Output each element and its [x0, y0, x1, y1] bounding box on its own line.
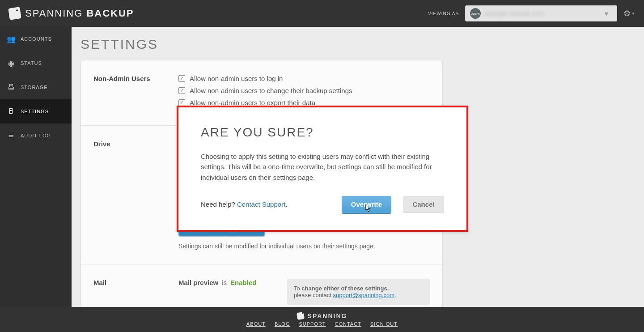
mail-info-box: To change either of these settings, plea…	[287, 279, 430, 305]
mail-is-text: is	[222, 279, 227, 286]
sidebar: 👥 ACCOUNTS ◉ STATUS 🖶 STORAGE 🎚 SETTINGS…	[0, 27, 72, 307]
domain-text: example-domain.com	[484, 10, 544, 17]
sidebar-item-audit-log[interactable]: ≣ AUDIT LOG	[0, 123, 72, 148]
contact-support-link[interactable]: Contact Support	[237, 200, 285, 208]
sidebar-item-label: ACCOUNTS	[21, 36, 52, 42]
mail-status-value: Enabled	[230, 279, 256, 286]
brand-icon	[8, 7, 21, 20]
section-mail: Mail Mail preview is Enabled To change e…	[81, 264, 442, 307]
checkbox-row[interactable]: ✓ Allow non-admin users to change their …	[178, 87, 430, 94]
modal-help-text: Need help? Contact Support.	[201, 200, 287, 208]
storage-icon: 🖶	[7, 83, 15, 91]
section-label: Non-Admin Users	[93, 75, 169, 111]
viewing-as-label: VIEWING AS	[428, 11, 459, 16]
brand-logo: SPANNING BACKUP	[9, 8, 134, 19]
domain-badge-icon: .com	[470, 8, 481, 19]
footer-link-contact[interactable]: CONTACT	[335, 321, 361, 327]
support-email-link[interactable]: support@spanning.com	[333, 292, 394, 298]
chevron-down-icon: ▼	[631, 12, 635, 16]
header-right: VIEWING AS .com example-domain.com ▾ ⚙ ▼	[428, 5, 635, 21]
confirm-modal: ARE YOU SURE? Choosing to apply this set…	[177, 106, 468, 232]
settings-gear-menu[interactable]: ⚙ ▼	[623, 9, 635, 18]
app-footer: SPANNING ABOUT BLOG SUPPORT CONTACT SIGN…	[0, 307, 644, 332]
sidebar-item-label: AUDIT LOG	[21, 133, 51, 138]
footer-link-about[interactable]: ABOUT	[246, 321, 266, 327]
cancel-button[interactable]: Cancel	[403, 196, 444, 213]
sidebar-item-label: STORAGE	[21, 85, 48, 90]
info-text-b: change either of these settings,	[301, 285, 389, 292]
app-header: SPANNING BACKUP VIEWING AS .com example-…	[0, 0, 644, 27]
modal-body: Choosing to apply this setting to existi…	[201, 151, 433, 183]
chevron-down-icon[interactable]: ▾	[600, 6, 612, 21]
modal-title: ARE YOU SURE?	[201, 125, 444, 140]
footer-link-support[interactable]: SUPPORT	[299, 321, 326, 327]
users-icon: 👥	[7, 35, 15, 43]
info-text-a: To	[294, 285, 300, 292]
brand-text: SPANNING BACKUP	[25, 8, 134, 19]
sidebar-item-label: SETTINGS	[21, 109, 49, 114]
page-title: SETTINGS	[80, 37, 635, 52]
footer-link-signout[interactable]: SIGN OUT	[370, 321, 398, 327]
target-icon: ◉	[7, 59, 15, 68]
brand-text-b: BACKUP	[86, 8, 134, 19]
section-label: Drive	[93, 140, 169, 250]
modal-actions: Overwrite Cancel	[342, 196, 444, 213]
brand-icon	[297, 312, 305, 320]
domain-dropdown[interactable]: .com example-domain.com ▾	[465, 5, 617, 21]
footer-brand: SPANNING	[297, 312, 347, 319]
sidebar-item-settings[interactable]: 🎚 SETTINGS	[0, 99, 72, 123]
mail-preview-status: Mail preview is Enabled	[178, 279, 256, 286]
drive-note: Settings can still be modified for indiv…	[178, 243, 430, 250]
overwrite-button[interactable]: Overwrite	[342, 196, 391, 213]
checkbox-label: Allow non-admin users to log in	[190, 75, 283, 82]
sidebar-item-storage[interactable]: 🖶 STORAGE	[0, 75, 72, 99]
footer-brand-text: SPANNING	[308, 312, 347, 319]
gear-icon: ⚙	[623, 9, 631, 18]
footer-links: ABOUT BLOG SUPPORT CONTACT SIGN OUT	[246, 321, 398, 327]
sliders-icon: 🎚	[7, 107, 15, 115]
modal-footer: Need help? Contact Support. Overwrite Ca…	[201, 196, 444, 213]
checkbox-checked-icon[interactable]: ✓	[178, 87, 185, 94]
checkbox-label: Allow non-admin users to change their ba…	[190, 87, 352, 94]
list-icon: ≣	[7, 132, 15, 140]
brand-text-a: SPANNING	[25, 8, 83, 19]
footer-link-blog[interactable]: BLOG	[275, 321, 290, 327]
sidebar-item-status[interactable]: ◉ STATUS	[0, 51, 72, 75]
section-label: Mail	[93, 279, 169, 305]
mail-preview-label: Mail preview	[178, 279, 218, 286]
info-text-c: please contact	[294, 292, 331, 298]
checkbox-row[interactable]: ✓ Allow non-admin users to log in	[178, 75, 430, 82]
sidebar-item-accounts[interactable]: 👥 ACCOUNTS	[0, 27, 72, 51]
checkbox-checked-icon[interactable]: ✓	[178, 75, 185, 82]
help-prefix: Need help?	[201, 200, 235, 208]
checkbox-checked-icon[interactable]: ✓	[178, 99, 185, 106]
sidebar-item-label: STATUS	[21, 60, 42, 66]
section-body: Mail preview is Enabled To change either…	[178, 279, 430, 305]
